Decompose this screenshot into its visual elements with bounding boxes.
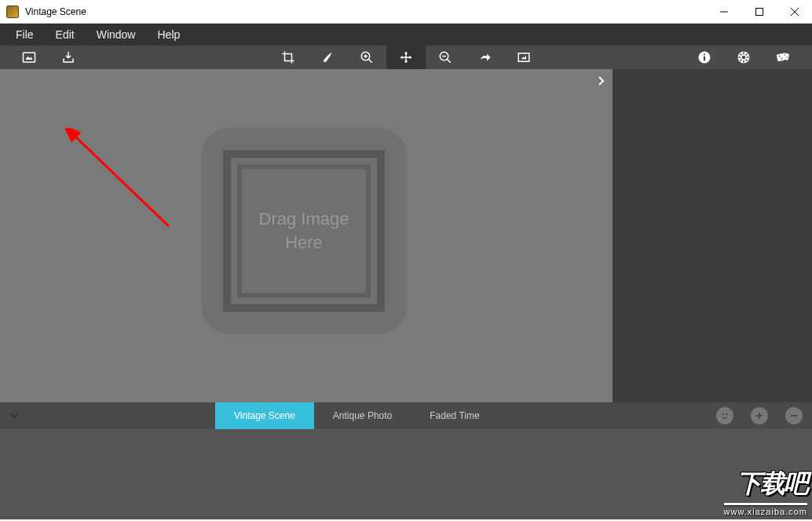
svg-line-11 [447, 59, 451, 63]
svg-marker-5 [26, 57, 33, 61]
side-panel [613, 69, 812, 402]
save-image-button[interactable] [49, 46, 88, 69]
preset-expand-icon[interactable] [9, 410, 19, 421]
app-icon [6, 6, 19, 18]
preset-remove-button[interactable] [785, 407, 803, 424]
zoom-in-button[interactable] [347, 46, 386, 69]
preset-tab-faded-time[interactable]: Faded Time [411, 402, 498, 429]
drop-frame-inner: Drag Image Here [237, 164, 371, 298]
drop-target[interactable]: Drag Image Here [201, 128, 407, 334]
svg-point-36 [722, 413, 724, 415]
preset-bar: Vintage Scene Antique Photo Faded Time [0, 402, 812, 429]
window-title: Vintage Scene [25, 6, 706, 17]
svg-line-7 [368, 59, 372, 63]
preset-tab-antique-photo[interactable]: Antique Photo [314, 402, 411, 429]
menu-file[interactable]: File [5, 25, 45, 44]
pan-button[interactable] [386, 46, 426, 69]
preset-actions [716, 407, 803, 424]
svg-point-30 [779, 56, 781, 57]
content-area: Drag Image Here [0, 69, 812, 402]
maximize-button[interactable] [741, 0, 777, 23]
svg-marker-14 [521, 56, 526, 60]
svg-point-32 [785, 54, 786, 56]
preset-thumbnail-strip [0, 429, 812, 519]
open-image-button[interactable] [9, 46, 49, 69]
brush-button[interactable] [308, 46, 347, 69]
panel-collapse-icon[interactable] [597, 75, 605, 88]
svg-rect-17 [704, 57, 705, 61]
menubar: File Edit Window Help [0, 24, 812, 46]
menu-help[interactable]: Help [146, 25, 191, 44]
annotation-arrow [59, 128, 185, 238]
svg-rect-29 [782, 53, 790, 61]
svg-point-19 [742, 56, 746, 60]
drop-text-line2: Here [285, 231, 323, 255]
drop-frame-outer: Drag Image Here [223, 150, 385, 312]
svg-rect-4 [24, 53, 35, 62]
preset-tab-vintage-scene[interactable]: Vintage Scene [215, 402, 314, 429]
preset-face-button[interactable] [716, 407, 733, 424]
svg-rect-1 [755, 8, 763, 15]
preset-add-button[interactable] [751, 407, 768, 424]
svg-point-33 [787, 57, 788, 58]
menu-edit[interactable]: Edit [45, 25, 86, 44]
svg-line-35 [73, 134, 169, 226]
crop-button[interactable] [269, 46, 308, 69]
window-controls [706, 0, 812, 23]
svg-point-37 [726, 413, 727, 415]
svg-point-31 [781, 58, 783, 60]
redo-button[interactable] [465, 46, 504, 69]
dice-button[interactable] [763, 46, 803, 69]
info-button[interactable] [685, 46, 724, 69]
canvas-area[interactable]: Drag Image Here [0, 69, 613, 402]
minimize-button[interactable] [706, 0, 741, 23]
titlebar: Vintage Scene [0, 0, 812, 24]
menu-window[interactable]: Window [86, 25, 147, 44]
zoom-out-button[interactable] [426, 46, 465, 69]
svg-point-16 [704, 53, 705, 55]
drop-text-line1: Drag Image [259, 207, 349, 231]
settings-button[interactable] [724, 46, 763, 69]
toolbar [0, 46, 812, 69]
close-button[interactable] [777, 0, 812, 23]
fit-screen-button[interactable] [504, 46, 543, 69]
